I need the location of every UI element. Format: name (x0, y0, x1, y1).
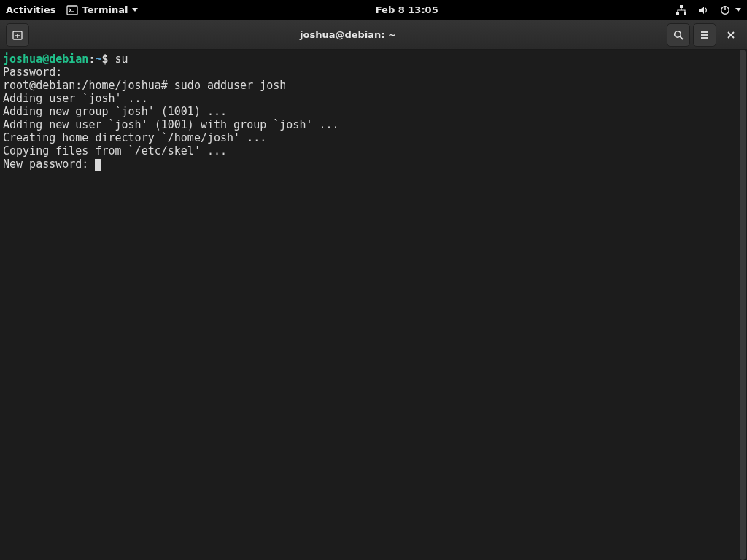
terminal-viewport[interactable]: joshua@debian:~$ su Password: root@debia… (0, 50, 747, 560)
command-1: su (115, 52, 128, 66)
command-2: sudo adduser josh (174, 79, 287, 92)
close-icon (726, 30, 736, 40)
output-line: Creating home directory `/home/josh' ... (3, 131, 266, 144)
new-tab-button[interactable] (6, 23, 29, 47)
svg-point-10 (675, 31, 681, 37)
new-tab-icon (12, 29, 23, 41)
clock[interactable]: Feb 8 13:05 (376, 4, 438, 15)
network-status-icon[interactable] (676, 4, 687, 16)
output-line: Adding user `josh' ... (3, 92, 148, 105)
activities-button[interactable]: Activities (6, 4, 56, 15)
search-icon (673, 29, 684, 41)
clock-label: Feb 8 13:05 (376, 4, 438, 15)
gnome-top-bar: Activities Terminal Feb 8 13:05 (0, 0, 747, 20)
volume-icon[interactable] (697, 4, 709, 16)
app-menu[interactable]: Terminal (66, 4, 139, 16)
hamburger-icon (699, 29, 711, 41)
app-menu-label: Terminal (82, 4, 128, 15)
chevron-down-icon (735, 8, 741, 12)
window-title: joshua@debian: ~ (31, 29, 665, 40)
terminal-app-icon (66, 4, 78, 16)
window-header-bar: joshua@debian: ~ (0, 20, 747, 50)
system-menu[interactable] (719, 4, 741, 16)
svg-rect-0 (67, 6, 77, 15)
output-newpass: New password: (3, 158, 95, 171)
svg-line-11 (680, 36, 683, 39)
output-line: Adding new group `josh' (1001) ... (3, 105, 227, 118)
output-line: Copying files from `/etc/skel' ... (3, 144, 227, 158)
root-prompt: root@debian:/home/joshua# (3, 79, 174, 92)
search-button[interactable] (667, 23, 690, 47)
prompt-user: joshua@debian (3, 52, 88, 66)
terminal-cursor (95, 159, 101, 171)
prompt-dollar: $ (101, 52, 115, 66)
chevron-down-icon (132, 8, 138, 12)
hamburger-menu-button[interactable] (693, 23, 716, 47)
activities-label: Activities (6, 4, 56, 15)
window-close-button[interactable] (719, 23, 743, 47)
output-line: Adding new user `josh' (1001) with group… (3, 118, 339, 131)
scrollbar-thumb[interactable] (740, 50, 746, 560)
power-icon (719, 4, 731, 16)
svg-rect-4 (684, 12, 686, 15)
svg-rect-3 (676, 12, 679, 15)
scrollbar[interactable] (738, 50, 747, 560)
svg-rect-2 (680, 5, 683, 8)
terminal-text[interactable]: joshua@debian:~$ su Password: root@debia… (0, 50, 738, 560)
output-password: Password: (3, 66, 62, 79)
